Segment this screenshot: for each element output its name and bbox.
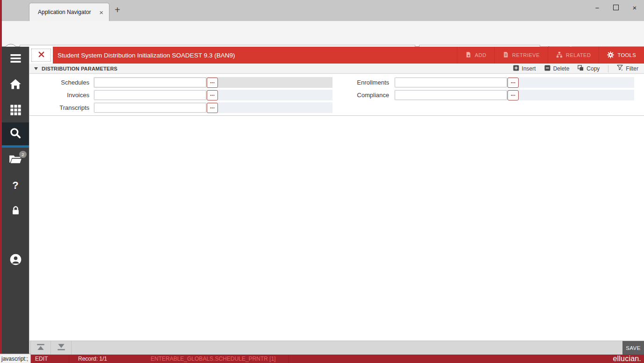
delete-icon (544, 65, 550, 72)
schedules-label: Schedules (29, 79, 94, 86)
sitemap-icon (556, 51, 563, 59)
question-mark-icon: ? (12, 179, 18, 192)
save-button[interactable]: SAVE (622, 341, 644, 355)
form-title: Student System Distribution Initializati… (58, 52, 235, 59)
status-record: Record: 1/1 (78, 355, 107, 363)
status-field-ref: ENTERABLE_GLOBALS.SCHEDULE_PRNTR [1] (151, 355, 275, 363)
tools-label: TOOLS (617, 52, 636, 58)
form-header: Student System Distribution Initializati… (29, 47, 644, 64)
add-button[interactable]: ADD (457, 47, 494, 64)
section-actions: Insert Delete Copy (513, 64, 640, 72)
browser-tab-strip: Application Navigator × + − × (0, 0, 644, 21)
copy-icon (578, 65, 584, 72)
transcripts-row-band: ... (94, 102, 333, 113)
schedules-lookup-button[interactable]: ... (207, 78, 218, 88)
tab-close-icon[interactable]: × (98, 8, 104, 16)
scroll-top-icon (36, 343, 45, 353)
browser-tab[interactable]: Application Navigator × (29, 3, 109, 21)
sidebar-lock-button[interactable] (2, 199, 29, 224)
status-mode: EDIT (35, 355, 48, 363)
bottom-toolbar: SAVE (29, 341, 644, 355)
enrollments-row-band: ... (394, 77, 634, 88)
compliance-label: Compliance (329, 92, 394, 99)
copy-label: Copy (586, 65, 600, 72)
insert-icon (513, 65, 519, 72)
key-block: Schedules ... Invoices ... Transcripts .… (29, 74, 644, 116)
enrollments-label: Enrollments (329, 79, 394, 86)
filter-button[interactable]: Filter (617, 64, 638, 72)
compliance-input[interactable] (395, 90, 507, 100)
home-icon (9, 78, 22, 92)
status-divider (69, 355, 69, 363)
delete-label: Delete (553, 65, 570, 72)
form-close-button[interactable] (29, 47, 53, 64)
sidebar-profile-button[interactable] (2, 248, 29, 273)
recent-files-badge: 2 (19, 151, 27, 158)
form-header-actions: ADD RETRIEVE RELATED (457, 47, 644, 64)
section-title: DISTRIBUTION PARAMETERS (42, 66, 117, 71)
invoices-row-band: ... (94, 90, 333, 100)
lock-icon (10, 205, 21, 218)
sidebar-search-button[interactable] (2, 122, 29, 148)
retrieve-button[interactable]: RETRIEVE (494, 47, 548, 64)
schedules-row-band: ... (94, 77, 333, 88)
section-bar: DISTRIBUTION PARAMETERS Insert Delete (29, 64, 644, 74)
delete-button[interactable]: Delete (544, 65, 570, 72)
transcripts-lookup-button[interactable]: ... (207, 103, 218, 113)
grid-icon (10, 104, 22, 118)
filter-funnel-icon (617, 64, 623, 72)
window-maximize-button[interactable] (613, 5, 619, 10)
window-close-button[interactable]: × (630, 4, 639, 12)
sidebar-help-button[interactable]: ? (2, 173, 29, 198)
enrollments-lookup-button[interactable]: ... (507, 78, 519, 88)
schedules-input[interactable] (94, 78, 206, 87)
compliance-row-band: ... (394, 90, 634, 100)
related-button[interactable]: RELATED (548, 47, 599, 64)
close-icon (38, 51, 45, 60)
retrieve-label: RETRIEVE (512, 52, 540, 58)
search-icon (9, 127, 22, 141)
insert-label: Insert (522, 65, 536, 72)
status-divider (289, 355, 289, 363)
compliance-lookup-button[interactable]: ... (507, 90, 519, 100)
link-status-tooltip: javascript:; (0, 354, 31, 363)
field-row-transcripts: Transcripts ... (29, 102, 333, 113)
user-icon (9, 253, 22, 268)
tools-button[interactable]: TOOLS (599, 47, 644, 64)
app-main: Student System Distribution Initializati… (29, 47, 644, 363)
sidebar-applications-button[interactable] (2, 98, 29, 123)
invoices-lookup-button[interactable]: ... (207, 90, 218, 100)
window-minimize-button[interactable]: − (593, 4, 602, 12)
browser-navbar: https://bannerban9.isg.siue.edu/applicat… (0, 21, 644, 47)
sidebar-home-button[interactable] (2, 72, 29, 98)
sidebar-menu-button[interactable] (2, 47, 29, 72)
status-bar: EDIT Record: 1/1 ENTERABLE_GLOBALS.SCHED… (0, 355, 644, 363)
gear-icon (607, 51, 614, 59)
tab-title: Application Navigator (38, 9, 98, 15)
copy-button[interactable]: Copy (578, 65, 600, 72)
invoices-label: Invoices (29, 92, 94, 99)
hamburger-icon (9, 53, 22, 65)
scroll-to-bottom-button[interactable] (51, 341, 72, 355)
field-row-enrollments: Enrollments ... (329, 77, 634, 88)
enrollments-input[interactable] (395, 78, 507, 87)
sidebar-recent-files-button[interactable]: 2 (2, 148, 29, 173)
filter-label: Filter (626, 65, 638, 72)
app-sidebar: 2 ? (2, 47, 29, 355)
section-divider (608, 65, 608, 72)
transcripts-label: Transcripts (29, 104, 94, 111)
field-row-schedules: Schedules ... (29, 77, 333, 88)
collapse-caret-icon[interactable] (34, 67, 38, 70)
transcripts-input[interactable] (94, 103, 206, 113)
document-icon (503, 51, 509, 59)
add-label: ADD (475, 52, 486, 58)
field-row-compliance: Compliance ... (329, 90, 634, 100)
scroll-bottom-icon (57, 343, 66, 353)
document-plus-icon (465, 51, 471, 59)
ellucian-logo: ellucian. (613, 354, 641, 363)
invoices-input[interactable] (94, 90, 206, 100)
new-tab-button[interactable]: + (111, 5, 123, 15)
window-controls: − × (593, 1, 639, 14)
scroll-to-top-button[interactable] (30, 341, 51, 355)
insert-button[interactable]: Insert (513, 65, 536, 72)
